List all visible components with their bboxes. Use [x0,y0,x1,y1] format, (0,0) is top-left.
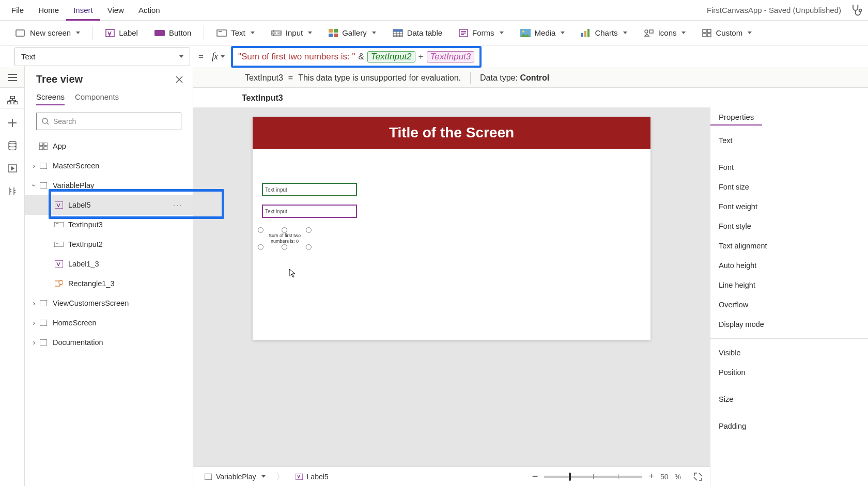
canvas-textinput2[interactable]: Text input [262,183,357,196]
media-panel-icon[interactable] [6,162,19,175]
zoom-slider[interactable] [544,476,642,478]
prop-display-mode[interactable]: Display mode [710,315,868,334]
resize-handle[interactable] [282,244,287,250]
menu-file[interactable]: File [4,0,31,21]
property-selector[interactable]: Text [14,48,190,66]
tab-components[interactable]: Components [75,92,119,105]
insert-datatable-button[interactable]: Data table [385,25,450,40]
svg-rect-2 [106,29,114,37]
fullscreen-icon[interactable] [693,472,703,481]
prop-font[interactable]: Font [710,158,868,177]
tree-item-app[interactable]: App [25,136,193,156]
breadcrumb-screen-label: VariablePlay [216,473,256,481]
resize-handle[interactable] [306,227,312,233]
expand-icon[interactable]: › [30,338,38,347]
tree-item-label5[interactable]: Label5 ··· [25,195,193,215]
prop-size[interactable]: Size [710,389,868,409]
more-icon[interactable]: ··· [173,201,182,209]
prop-text-align[interactable]: Text alignment [710,236,868,256]
prop-visible[interactable]: Visible [710,343,868,363]
prop-line-height[interactable]: Line height [710,275,868,295]
data-icon[interactable] [6,139,19,152]
hamburger-icon[interactable] [6,71,19,84]
intellisense-text: TextInput3 [242,93,283,103]
svg-rect-8 [329,34,333,37]
tree-item-viewcustomers[interactable]: › ViewCustomersScreen [25,293,193,313]
insert-gallery-button[interactable]: Gallery [321,25,383,40]
expand-icon[interactable]: › [30,319,38,327]
left-rail [0,66,25,486]
resize-handle[interactable] [282,227,287,233]
svg-rect-11 [393,29,402,32]
tree-item-textinput2[interactable]: TextInput2 [25,234,193,254]
tree-item-documentation[interactable]: › Documentation [25,333,193,352]
resize-handle[interactable] [306,244,312,250]
canvas-textinput3[interactable]: Text input [262,205,357,218]
tree-search-input[interactable]: Search [36,113,181,130]
svg-rect-26 [14,102,18,104]
tools-icon[interactable] [6,185,19,197]
chevron-down-icon [179,55,183,58]
separator [710,338,868,339]
prop-auto-height[interactable]: Auto height [710,256,868,275]
tree-item-label: TextInput3 [68,221,103,229]
menu-view[interactable]: View [100,0,131,21]
expand-icon[interactable]: › [30,162,38,170]
insert-input-button[interactable]: Input [264,25,319,40]
canvas[interactable]: Title of the Screen Text input Text inpu… [253,117,650,340]
tree-item-rectangle1-3[interactable]: Rectangle1_3 [25,274,193,293]
prop-position[interactable]: Position [710,363,868,382]
canvas-area[interactable]: Title of the Screen Text input Text inpu… [193,107,710,466]
insert-media-button[interactable]: Media [513,25,572,40]
prop-font-size[interactable]: Font size [710,177,868,197]
eval-msg: This data type is unsupported for evalua… [298,73,461,83]
menu-insert[interactable]: Insert [66,0,100,21]
insert-icons-button[interactable]: Icons [637,25,693,40]
insert-text-button[interactable]: Text [209,25,262,40]
prop-font-style[interactable]: Font style [710,216,868,236]
svg-rect-23 [707,34,711,37]
screen-title-bar[interactable]: Title of the Screen [253,117,650,149]
prop-overflow[interactable]: Overflow [710,295,868,315]
insert-button-button[interactable]: Button [147,25,198,40]
label-label: Label [119,28,138,37]
insert-forms-button[interactable]: Forms [452,25,511,40]
tree-item-masterscreen[interactable]: › MasterScreen [25,156,193,176]
prop-text[interactable]: Text [710,131,868,150]
prop-font-weight[interactable]: Font weight [710,197,868,216]
menu-action[interactable]: Action [131,0,167,21]
add-icon[interactable] [6,117,19,129]
insert-label-button[interactable]: Label [98,25,145,41]
separator [204,26,204,40]
diagnostics-icon[interactable] [849,3,864,18]
breadcrumb-screen[interactable]: VariablePlay [200,472,270,482]
eval-eq: = [288,73,293,83]
chevron-down-icon[interactable] [221,55,225,58]
close-icon[interactable] [175,75,183,84]
canvas-label5[interactable]: Sum of first two numbers is: 0 [261,230,308,247]
tab-screens[interactable]: Screens [36,92,65,105]
insert-custom-button[interactable]: Custom [695,25,759,40]
menu-home[interactable]: Home [31,0,66,21]
tree-item-label1-3[interactable]: Label1_3 [25,254,193,274]
tree-view-icon[interactable] [6,94,19,106]
svg-point-41 [59,280,63,285]
breadcrumb-control[interactable]: Label5 [291,472,333,482]
screen-icon [38,320,49,326]
resize-handle[interactable] [258,227,264,233]
zoom-in-button[interactable]: + [648,471,654,482]
insert-charts-button[interactable]: Charts [574,25,634,40]
tree-item-homescreen[interactable]: › HomeScreen [25,313,193,333]
formula-input[interactable]: "Sum of first two numbers is: " & TextIn… [231,46,482,68]
collapse-icon[interactable]: › [30,181,38,190]
zoom-out-button[interactable]: − [532,471,538,482]
new-screen-button[interactable]: New screen [8,25,87,41]
expand-icon[interactable]: › [30,299,38,307]
resize-handle[interactable] [258,244,264,250]
fx-icon[interactable]: fx [212,51,220,62]
properties-tab[interactable]: Properties [710,107,762,126]
tree-item-variableplay[interactable]: › VariablePlay [25,176,193,195]
chevron-down-icon [500,32,504,34]
tree-item-textinput3[interactable]: TextInput3 [25,215,193,234]
prop-padding[interactable]: Padding [710,416,868,436]
